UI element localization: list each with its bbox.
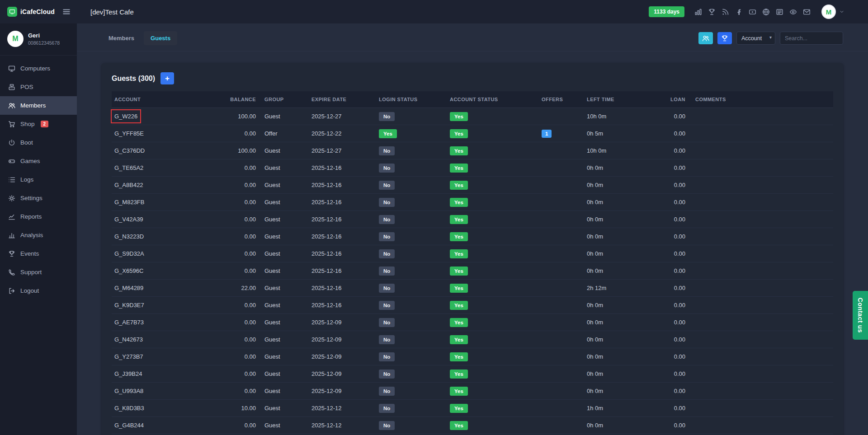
- login-status-badge: No: [379, 387, 395, 396]
- globe-icon[interactable]: [762, 8, 770, 16]
- table-row[interactable]: G_Y273B70.00Guest2025-12-09NoYes0h 0m0.0…: [112, 348, 833, 365]
- table-row[interactable]: G_U993A80.00Guest2025-12-09NoYes0h 0m0.0…: [112, 383, 833, 400]
- table-row[interactable]: G_A8B4220.00Guest2025-12-16NoYes0h 0m0.0…: [112, 177, 833, 194]
- account-filter-select[interactable]: Account: [736, 32, 775, 45]
- sidebar-item-logout[interactable]: Logout: [0, 281, 77, 300]
- table-row[interactable]: G_W226100.00Guest2025-12-27NoYes10h 0m0.…: [112, 108, 833, 125]
- logs-icon: [8, 176, 15, 183]
- cell-left_time: 0h 0m: [581, 348, 667, 365]
- sidebar-item-boot[interactable]: Boot: [0, 133, 77, 152]
- cell-expire_date: 2025-12-16: [306, 297, 373, 314]
- cell-loan: 0.00: [667, 280, 689, 297]
- table-row[interactable]: G_C376DD100.00Guest2025-12-27NoYes10h 0m…: [112, 142, 833, 159]
- table-row[interactable]: G_K9D3E70.00Guest2025-12-16NoYes0h 0m0.0…: [112, 297, 833, 314]
- sidebar-item-computers[interactable]: Computers: [0, 59, 77, 78]
- tabs: MembersGuests: [102, 31, 177, 45]
- reviews-icon[interactable]: [789, 8, 797, 16]
- table-row[interactable]: G_N426730.00Guest2025-12-09NoYes0h 0m0.0…: [112, 331, 833, 348]
- account-status-badge: Yes: [450, 249, 468, 258]
- cell-offers: [536, 331, 581, 348]
- account-text: G_K9D3E7: [114, 302, 144, 309]
- sidebar-user-block[interactable]: M Geri 008612345678: [0, 23, 77, 56]
- table-row[interactable]: G_S9D32A0.00Guest2025-12-16NoYes0h 0m0.0…: [112, 245, 833, 262]
- sidebar-item-reports[interactable]: Reports: [0, 207, 77, 226]
- mail-icon[interactable]: [803, 8, 811, 16]
- sidebar-item-shop[interactable]: Shop2: [0, 115, 77, 133]
- sidebar-item-members[interactable]: Members: [0, 96, 77, 115]
- offers-badge[interactable]: 1: [542, 130, 552, 138]
- group-view-button[interactable]: [698, 32, 713, 44]
- search-input[interactable]: [780, 32, 843, 45]
- table-body: G_W226100.00Guest2025-12-27NoYes10h 0m0.…: [112, 108, 833, 435]
- cell-loan: 0.00: [667, 125, 689, 142]
- column-header-left_time: LEFT TIME: [581, 91, 667, 108]
- login-status-badge: No: [379, 112, 395, 121]
- contact-us-tab[interactable]: Contact us: [853, 291, 868, 340]
- account-text: G_S9D32A: [114, 250, 144, 257]
- table-row[interactable]: G_TE65A20.00Guest2025-12-16NoYes0h 0m0.0…: [112, 159, 833, 177]
- cell-loan: 0.00: [667, 365, 689, 383]
- table-row[interactable]: G_M823FB0.00Guest2025-12-16NoYes0h 0m0.0…: [112, 194, 833, 211]
- account-text: G_X6596C: [114, 267, 143, 274]
- sidebar-item-settings[interactable]: Settings: [0, 189, 77, 207]
- account-filter: Account ▾: [736, 32, 775, 45]
- cell-account_status: Yes: [444, 194, 536, 211]
- layout: M Geri 008612345678 ComputersPOSMembersS…: [0, 23, 868, 435]
- cell-account_status: Yes: [444, 280, 536, 297]
- cell-balance: 0.00: [220, 228, 259, 245]
- cell-balance: 0.00: [220, 297, 259, 314]
- monitor-icon: [8, 65, 15, 72]
- column-header-offers: OFFERS: [536, 91, 581, 108]
- cell-comments: [689, 314, 833, 331]
- user-menu[interactable]: M: [821, 5, 844, 19]
- sidebar-item-pos[interactable]: POS: [0, 78, 77, 96]
- rss-icon[interactable]: [722, 8, 729, 16]
- facebook-icon[interactable]: [735, 8, 743, 16]
- cell-comments: [689, 262, 833, 280]
- brand[interactable]: iCafeCloud: [7, 7, 55, 17]
- cell-left_time: 0h 0m: [581, 314, 667, 331]
- table-row[interactable]: G_K8D3B310.00Guest2025-12-12NoYes1h 0m0.…: [112, 400, 833, 417]
- card-header: Guests (300) +: [112, 72, 833, 84]
- cell-comments: [689, 280, 833, 297]
- table-row[interactable]: G_M6428922.00Guest2025-12-16NoYes2h 12m0…: [112, 280, 833, 297]
- cell-loan: 0.00: [667, 245, 689, 262]
- cell-balance: 0.00: [220, 125, 259, 142]
- cell-comments: [689, 177, 833, 194]
- table-row[interactable]: G_G4B2440.00Guest2025-12-12NoYes0h 0m0.0…: [112, 417, 833, 434]
- stats-icon[interactable]: [694, 8, 702, 16]
- tab-guests[interactable]: Guests: [144, 31, 177, 45]
- tab-members[interactable]: Members: [102, 31, 141, 45]
- hamburger-menu-button[interactable]: [62, 8, 71, 16]
- sidebar-item-events[interactable]: Events: [0, 244, 77, 263]
- table-row[interactable]: G_J39B240.00Guest2025-12-09NoYes0h 0m0.0…: [112, 365, 833, 383]
- table-row[interactable]: G_X6596C0.00Guest2025-12-16NoYes0h 0m0.0…: [112, 262, 833, 280]
- trophy-icon: [8, 250, 15, 257]
- cell-expire_date: 2025-12-12: [306, 417, 373, 434]
- sidebar-item-analysis[interactable]: Analysis: [0, 226, 77, 244]
- topbar-left: iCafeCloud: [0, 7, 77, 17]
- sidebar-item-games[interactable]: Games: [0, 152, 77, 170]
- trophy-icon[interactable]: [708, 8, 716, 16]
- table-row[interactable]: G_YFF85E0.00Offer2025-12-22YesYes10h 5m0…: [112, 125, 833, 142]
- trophy-view-button[interactable]: [717, 32, 732, 44]
- cell-expire_date: 2025-12-16: [306, 211, 373, 228]
- sidebar-item-support[interactable]: Support: [0, 263, 77, 281]
- billing-icon[interactable]: [776, 8, 783, 16]
- cell-login_status: No: [373, 177, 444, 194]
- cell-group: Guest: [259, 348, 306, 365]
- cell-group: Guest: [259, 177, 306, 194]
- cell-account_status: Yes: [444, 228, 536, 245]
- youtube-icon[interactable]: [749, 8, 756, 16]
- account-text: G_V42A39: [114, 216, 143, 223]
- cell-account: G_N3223D: [112, 228, 220, 245]
- table-row[interactable]: G_AE7B730.00Guest2025-12-09NoYes0h 0m0.0…: [112, 314, 833, 331]
- table-row[interactable]: G_N3223D0.00Guest2025-12-16NoYes0h 0m0.0…: [112, 228, 833, 245]
- login-status-badge: No: [379, 318, 395, 327]
- table-row[interactable]: G_V42A390.00Guest2025-12-16NoYes0h 0m0.0…: [112, 211, 833, 228]
- sidebar-item-logs[interactable]: Logs: [0, 170, 77, 189]
- sidebar-item-label: Events: [20, 250, 39, 257]
- cell-login_status: No: [373, 228, 444, 245]
- users-icon: [8, 102, 15, 109]
- add-guest-button[interactable]: +: [160, 72, 174, 84]
